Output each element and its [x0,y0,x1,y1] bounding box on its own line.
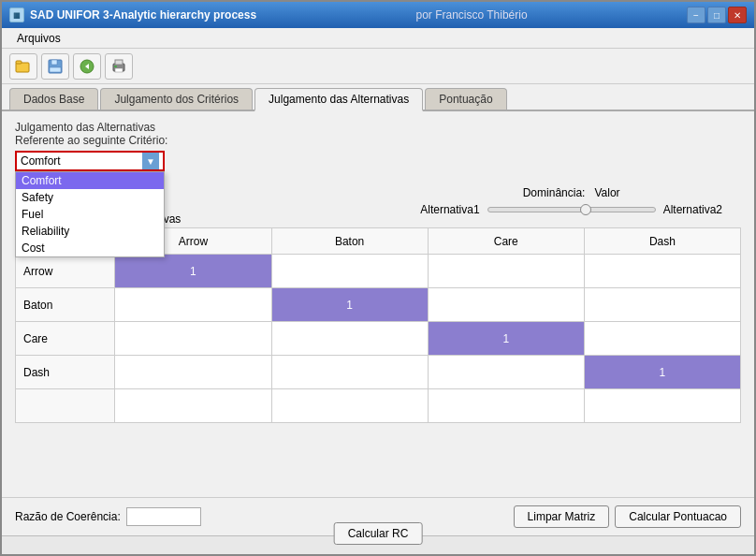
tabs-bar: Dados Base Julgamento dos Critérios Julg… [2,84,754,111]
main-window: ▦ SAD UNIFOR 3-Analytic hierarchy proces… [0,0,756,556]
slider-right-label: Alternativa2 [663,203,722,216]
svg-rect-3 [51,60,57,65]
maximize-button[interactable]: □ [707,7,726,23]
title-bar: ▦ SAD UNIFOR 3-Analytic hierarchy proces… [2,2,754,28]
matrix-cell-care-arrow[interactable] [115,322,271,356]
calcular-rc-button[interactable]: Calcular RC [334,522,423,545]
matrix-header-dash: Dash [584,228,740,255]
matrix-cell-dash-arrow[interactable] [115,356,271,389]
slider-left-label: Alternativa1 [420,203,479,216]
dropdown-option-cost[interactable]: Cost [16,240,164,256]
tab-pontuacao[interactable]: Pontuação [425,88,506,110]
footer-buttons: Limpar Matriz Calcular Pontuacao [514,505,741,528]
svg-rect-4 [50,67,61,72]
main-content: Julgamento das Alternativas Referente ao… [2,111,754,497]
print-button[interactable] [105,53,133,80]
dominance-area: Dominância: Valor Alternativa1 Alternati… [420,186,722,216]
window-subtitle: por Francisco Thibério [415,8,527,22]
razao-row: Razão de Coerência: [15,507,201,526]
matrix-cell-dash-care[interactable] [428,356,584,389]
matrix-cell-arrow-baton[interactable] [271,255,428,288]
matrix-cell-arrow-care[interactable] [428,255,584,288]
criterion-dropdown-container: Comfort ▼ Comfort Safety Fuel Reliabilit… [15,151,165,171]
slider-thumb[interactable] [580,204,591,215]
slider-track[interactable] [487,207,656,212]
matrix-header-baton: Baton [271,228,428,255]
tab-julgamento-criterios[interactable]: Julgamento dos Critérios [100,88,253,110]
matrix-cell-arrow-arrow[interactable]: 1 [115,255,271,288]
limpar-matriz-button[interactable]: Limpar Matriz [514,505,610,528]
criterion-dropdown[interactable]: Comfort ▼ [15,151,165,171]
dominance-label: Dominância: Valor [523,186,620,199]
matrix-cell-arrow-dash[interactable] [584,255,740,288]
svg-rect-9 [115,68,123,72]
save-button[interactable] [41,53,69,80]
close-button[interactable]: ✕ [728,7,747,23]
toolbar [2,49,754,84]
matrix-row-care: Care 1 [16,322,741,356]
matrix-row-empty1 [16,389,741,423]
tab-dados-base[interactable]: Dados Base [9,88,98,110]
dropdown-option-fuel[interactable]: Fuel [16,206,164,223]
open-button[interactable] [9,53,37,80]
matrix-cell-baton-arrow[interactable] [115,288,271,322]
calcular-pontuacao-button[interactable]: Calcular Pontuacao [615,505,741,528]
svg-rect-10 [114,66,117,67]
matrix-row-baton: Baton 1 [16,288,741,322]
window-controls: − □ ✕ [687,7,747,23]
dropdown-option-safety[interactable]: Safety [16,189,164,206]
menu-arquivos[interactable]: Arquivos [9,30,68,47]
matrix-empty-cell [16,389,115,423]
minimize-button[interactable]: − [687,7,705,23]
app-icon: ▦ [9,7,24,22]
matrix-cell-baton-dash[interactable] [584,288,740,322]
matrix-row-label-dash: Dash [16,356,115,389]
svg-rect-8 [115,60,123,65]
svg-rect-1 [16,61,22,64]
back-button[interactable] [73,53,101,80]
calcular-rc-container: Calcular RC [334,522,423,545]
dropdown-selected-value: Comfort [21,154,61,168]
matrix-header-care: Care [428,228,584,255]
diagonal-cell: 1 [115,255,270,287]
matrix-row-label-arrow: Arrow [16,255,115,288]
matrix-cell-care-care[interactable]: 1 [428,322,584,356]
section-title: Julgamento das Alternativas Referente ao… [15,121,741,147]
criterion-row: Comfort ▼ Comfort Safety Fuel Reliabilit… [15,151,741,171]
matrix-row-arrow: Arrow 1 [16,255,741,288]
dropdown-arrow-icon[interactable]: ▼ [142,153,159,169]
matrix-row-dash: Dash 1 [16,356,741,389]
tab-julgamento-alternativas[interactable]: Julgamento das Alternativas [254,88,423,111]
matrix-row-label-baton: Baton [16,288,115,322]
menu-bar: Arquivos [2,28,754,49]
diagonal-cell: 1 [272,288,428,321]
footer-area: Razão de Coerência: Calcular RC Limpar M… [2,497,754,535]
window-title: SAD UNIFOR 3-Analytic hierarchy process [30,8,256,22]
diagonal-cell: 1 [429,322,584,355]
matrix-cell-baton-care[interactable] [428,288,584,322]
matrix-cell-dash-baton[interactable] [271,356,428,389]
razao-label: Razão de Coerência: [15,510,121,523]
dropdown-option-comfort[interactable]: Comfort [16,172,164,189]
diagonal-cell: 1 [585,356,740,388]
dominance-value: Valor [594,186,619,199]
matrix-cell-dash-dash[interactable]: 1 [584,356,740,389]
title-bar-left: ▦ SAD UNIFOR 3-Analytic hierarchy proces… [9,7,256,22]
dropdown-option-reliability[interactable]: Reliability [16,223,164,240]
matrix-row-label-care: Care [16,322,115,356]
matrix-cell-care-baton[interactable] [271,322,428,356]
matrix-cell-care-dash[interactable] [584,322,740,356]
slider-container: Alternativa1 Alternativa2 [420,203,722,216]
razao-input[interactable] [126,507,201,526]
dropdown-menu: Comfort Safety Fuel Reliability Cost [15,171,165,257]
matrix-cell-baton-baton[interactable]: 1 [271,288,428,322]
